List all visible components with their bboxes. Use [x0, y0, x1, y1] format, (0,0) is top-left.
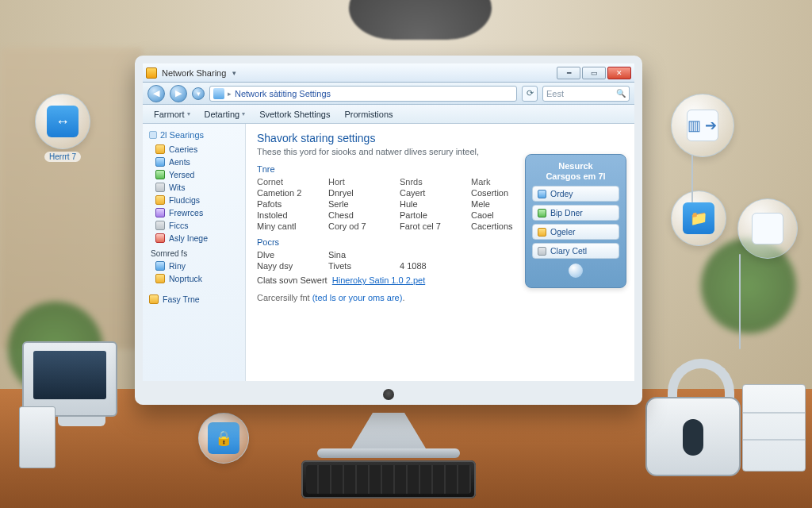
- task-button[interactable]: Ogeler: [532, 224, 619, 240]
- table-cell: Pafots: [257, 199, 328, 209]
- menu-item[interactable]: Detarting▾: [198, 107, 252, 121]
- table-cell: Sina: [328, 250, 400, 260]
- sidebar-item[interactable]: Noprtuck: [143, 272, 245, 285]
- chevron-down-icon: ▾: [242, 110, 245, 117]
- breadcrumb-text: Network sàtiting Settings: [235, 89, 331, 98]
- link-label: Clats sovn Sewert: [257, 275, 327, 285]
- bubble-apps: [737, 198, 798, 259]
- folder-icon: [155, 208, 165, 217]
- task-icon: [538, 228, 546, 237]
- folder-icon: [155, 183, 165, 192]
- address-bar[interactable]: ▸ Network sàtiting Settings: [209, 86, 517, 102]
- connector-wire: [739, 254, 741, 349]
- lock-icon: 🔒: [208, 422, 239, 454]
- search-placeholder: Eest: [546, 89, 564, 98]
- bubble-folder: 📁: [671, 190, 726, 246]
- main-pane: Shavork staring settings These this yord…: [246, 124, 634, 381]
- table-cell: Nayy dsy: [257, 261, 328, 271]
- folder-icon: [155, 144, 165, 154]
- titlebar[interactable]: Network Sharing ▾ ━ ▭ ✕: [143, 64, 634, 83]
- panel-orb-icon: [569, 264, 583, 278]
- table-header: Hort: [328, 177, 400, 187]
- window-body: 2l Searings Caeries Aents Yersed Wits Fl…: [143, 124, 634, 381]
- task-icon: [538, 190, 546, 198]
- table-cell: Miny cantl: [257, 221, 328, 231]
- sidebar-item[interactable]: Wits: [143, 181, 245, 194]
- table-cell: Farot cel 7: [400, 221, 471, 231]
- table-cell: [400, 250, 471, 260]
- table-cell: Cametion 2: [257, 188, 328, 198]
- prop-padlock: [645, 359, 756, 476]
- home-icon[interactable]: [213, 88, 224, 99]
- sidebar-item[interactable]: Riny: [143, 260, 245, 272]
- menu-item[interactable]: Svettork Shettings: [253, 107, 336, 121]
- task-button[interactable]: Bip Dner: [532, 205, 619, 221]
- history-dropdown-icon[interactable]: ▾: [192, 87, 205, 100]
- monitor: Network Sharing ▾ ━ ▭ ✕ ◀ ▶ ▾ ▸ Network …: [135, 56, 642, 405]
- sidebar: 2l Searings Caeries Aents Yersed Wits Fl…: [143, 124, 246, 381]
- keyboard: [301, 460, 476, 498]
- maximize-button[interactable]: ▭: [582, 67, 606, 79]
- folder-icon: [155, 170, 165, 179]
- close-button[interactable]: ✕: [607, 67, 631, 79]
- sidebar-subheading: Sornred fs: [143, 244, 245, 260]
- refresh-button[interactable]: ⟳: [522, 86, 538, 102]
- hint-link[interactable]: (ted ls or your oms are): [312, 293, 403, 302]
- table-cell: Hule: [400, 199, 471, 209]
- task-button[interactable]: Ordey: [532, 186, 619, 202]
- title-dropdown-icon[interactable]: ▾: [232, 69, 236, 77]
- table-header: Cornet: [257, 177, 328, 187]
- back-button[interactable]: ◀: [147, 85, 165, 102]
- minimize-button[interactable]: ━: [557, 67, 580, 79]
- prop-old-computer: [22, 341, 141, 468]
- bubble-left-caption: Herrrt 7: [44, 152, 81, 162]
- table-cell: Partole: [400, 210, 471, 220]
- server-link[interactable]: Hineroky Satin 1.0 2.pet: [332, 275, 425, 285]
- search-icon: 🔍: [616, 89, 626, 98]
- refresh-icon: ⟳: [527, 88, 534, 98]
- sidebar-item[interactable]: Frewrces: [143, 206, 245, 219]
- table-cell: Dnryel: [328, 188, 400, 198]
- bubble-device-card: ▥ ➔: [671, 94, 734, 157]
- menubar: Farmort▾ Detarting▾ Svettork Shettings P…: [143, 105, 634, 124]
- task-button[interactable]: Clary Cetl: [532, 243, 619, 259]
- chevron-right-icon: ▸: [228, 90, 232, 98]
- bubble-lock: 🔒: [198, 413, 249, 464]
- tasks-panel: Nesurck Carsgos em 7l Ordey Bip Dner Oge…: [525, 154, 626, 288]
- sidebar-item[interactable]: Fludcigs: [143, 194, 245, 206]
- device-card-icon: ▥ ➔: [687, 110, 718, 141]
- sidebar-item[interactable]: Yersed: [143, 168, 245, 181]
- navbar: ◀ ▶ ▾ ▸ Network sàtiting Settings ⟳ Eest…: [143, 83, 634, 105]
- background-lamp: [349, 0, 492, 40]
- monitor-foot: [317, 448, 460, 458]
- folder-icon: [155, 157, 165, 167]
- window-title: Network Sharing: [162, 68, 226, 78]
- shared-folder-icon: 📁: [683, 202, 714, 234]
- table-cell: Dlve: [257, 250, 328, 260]
- connector-wire: [691, 155, 693, 202]
- bubble-network-left: ↔ Herrrt 7: [35, 94, 90, 149]
- table-cell: Cayert: [400, 188, 471, 198]
- chevron-down-icon: ▾: [187, 110, 190, 117]
- sidebar-heading[interactable]: 2l Searings: [143, 129, 245, 143]
- sidebar-item[interactable]: Aents: [143, 156, 245, 168]
- sidebar-item[interactable]: Caeries: [143, 143, 245, 156]
- menu-item[interactable]: Prormistions: [338, 107, 399, 121]
- sidebar-item[interactable]: Ficcs: [143, 219, 245, 232]
- table-cell: Cory od 7: [328, 221, 400, 231]
- forward-button[interactable]: ▶: [170, 85, 187, 102]
- search-input[interactable]: Eest 🔍: [542, 86, 630, 102]
- folder-icon: [155, 195, 165, 205]
- table-header: Snrds: [400, 177, 471, 187]
- task-icon: [538, 209, 546, 217]
- sidebar-footer-item[interactable]: Fasy Trne: [143, 293, 245, 306]
- footer-hint: Carcersilly fnt (ted ls or your oms are)…: [257, 293, 623, 302]
- tasks-panel-title: Nesurck Carsgos em 7l: [532, 161, 619, 181]
- table-cell: Tivets: [328, 261, 400, 271]
- sidebar-item[interactable]: Asly Inege: [143, 232, 245, 244]
- folder-icon: [155, 261, 165, 271]
- folder-icon: [149, 294, 159, 304]
- apps-grid-icon: [752, 213, 783, 244]
- folder-icon: [155, 274, 165, 283]
- menu-item[interactable]: Farmort▾: [147, 107, 197, 121]
